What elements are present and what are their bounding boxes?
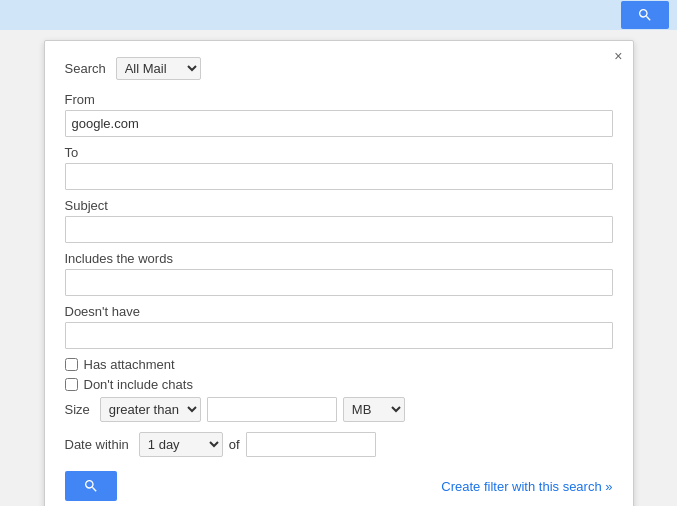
- from-group: From: [65, 92, 613, 137]
- create-filter-link[interactable]: Create filter with this search »: [441, 479, 612, 494]
- from-label: From: [65, 92, 613, 107]
- size-value-input[interactable]: [207, 397, 337, 422]
- doesnt-have-label: Doesn't have: [65, 304, 613, 319]
- has-attachment-label: Has attachment: [84, 357, 175, 372]
- search-dialog: × Search All Mail Inbox Starred Sent Mai…: [44, 40, 634, 506]
- includes-group: Includes the words: [65, 251, 613, 296]
- doesnt-have-input[interactable]: [65, 322, 613, 349]
- date-within-select[interactable]: 1 day 3 days 1 week 2 weeks 1 month 2 mo…: [139, 432, 223, 457]
- top-search-button[interactable]: [621, 1, 669, 29]
- subject-input[interactable]: [65, 216, 613, 243]
- to-input[interactable]: [65, 163, 613, 190]
- dont-include-chats-row: Don't include chats: [65, 377, 613, 392]
- has-attachment-checkbox[interactable]: [65, 358, 78, 371]
- to-group: To: [65, 145, 613, 190]
- date-row: Date within 1 day 3 days 1 week 2 weeks …: [65, 432, 613, 457]
- size-label: Size: [65, 402, 90, 417]
- dont-include-chats-label: Don't include chats: [84, 377, 193, 392]
- doesnt-have-group: Doesn't have: [65, 304, 613, 349]
- date-of-label: of: [229, 437, 240, 452]
- includes-label: Includes the words: [65, 251, 613, 266]
- date-within-label: Date within: [65, 437, 129, 452]
- from-input[interactable]: [65, 110, 613, 137]
- bottom-row: Create filter with this search »: [65, 471, 613, 501]
- size-unit-select[interactable]: MB KB bytes: [343, 397, 405, 422]
- close-button[interactable]: ×: [614, 49, 622, 63]
- top-bar: [0, 0, 677, 30]
- search-scope-select[interactable]: All Mail Inbox Starred Sent Mail Drafts: [116, 57, 201, 80]
- dont-include-chats-checkbox[interactable]: [65, 378, 78, 391]
- size-row: Size greater than less than MB KB bytes: [65, 397, 613, 422]
- to-label: To: [65, 145, 613, 160]
- search-scope-row: Search All Mail Inbox Starred Sent Mail …: [65, 57, 613, 80]
- search-scope-label: Search: [65, 61, 106, 76]
- search-button[interactable]: [65, 471, 117, 501]
- subject-label: Subject: [65, 198, 613, 213]
- size-comparator-select[interactable]: greater than less than: [100, 397, 201, 422]
- dialog-wrapper: × Search All Mail Inbox Starred Sent Mai…: [0, 30, 677, 506]
- includes-input[interactable]: [65, 269, 613, 296]
- subject-group: Subject: [65, 198, 613, 243]
- has-attachment-row: Has attachment: [65, 357, 613, 372]
- date-value-input[interactable]: [246, 432, 376, 457]
